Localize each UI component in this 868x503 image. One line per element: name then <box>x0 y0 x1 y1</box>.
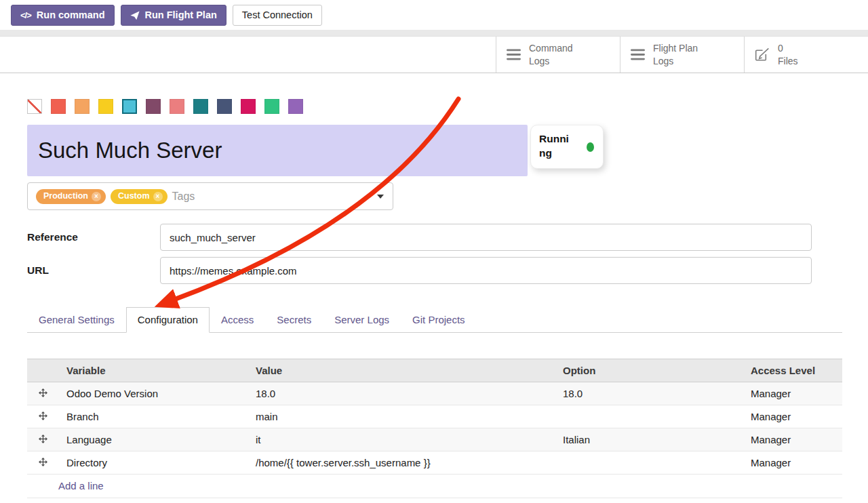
add-line-row: Add a line <box>27 475 842 498</box>
table-row: Directory /home/{{ tower.server.ssh_user… <box>27 451 842 475</box>
color-swatch-yellow[interactable] <box>98 99 113 114</box>
color-swatch-none[interactable] <box>27 99 42 114</box>
color-picker <box>27 99 842 114</box>
tab-git-projects[interactable]: Git Projects <box>401 307 477 333</box>
run-flight-plan-button[interactable]: Run Flight Plan <box>121 5 226 26</box>
status-badge[interactable]: Running <box>530 125 604 169</box>
cell-value[interactable]: it <box>248 428 555 451</box>
tab-general-settings[interactable]: General Settings <box>27 307 126 333</box>
stat-line1: Flight Plan <box>653 42 698 54</box>
table-row: Language it Italian Manager <box>27 428 842 451</box>
column-header-option[interactable]: Option <box>555 359 743 382</box>
color-swatch-green[interactable] <box>264 99 279 114</box>
color-swatch-teal[interactable] <box>193 99 208 114</box>
color-swatch-raspberry[interactable] <box>241 99 256 114</box>
cell-option[interactable]: Italian <box>555 428 743 451</box>
url-field-row: URL <box>27 257 842 284</box>
stat-label: Command Logs <box>529 42 573 66</box>
test-connection-button[interactable]: Test Connection <box>233 5 322 26</box>
cell-option[interactable]: 18.0 <box>555 382 743 405</box>
stat-line1: Command <box>529 42 573 54</box>
tags-field[interactable]: Production × Custom × Tags <box>27 182 393 210</box>
stat-button-files[interactable]: 0 Files <box>744 37 868 73</box>
configuration-table: Variable Value Option Access Level Odoo … <box>27 359 842 498</box>
tag-label: Production <box>43 192 88 201</box>
tab-secrets[interactable]: Secrets <box>265 307 323 333</box>
stat-label: 0 Files <box>778 42 798 66</box>
stat-button-command-logs[interactable]: Command Logs <box>496 37 620 73</box>
color-swatch-salmon[interactable] <box>170 99 184 114</box>
divider-band <box>0 30 868 37</box>
tab-server-logs[interactable]: Server Logs <box>323 307 401 333</box>
code-icon: </> <box>20 11 31 20</box>
notebook-tabs: General Settings Configuration Access Se… <box>27 307 842 333</box>
cell-access-level[interactable]: Manager <box>743 405 842 428</box>
stat-line2: Logs <box>653 55 698 67</box>
cell-variable[interactable]: Language <box>58 428 248 451</box>
bars-icon <box>631 49 645 60</box>
form-sheet: Running Production × Custom × Tags Refer… <box>0 99 868 498</box>
column-header-access-level[interactable]: Access Level <box>743 359 842 382</box>
reference-label: Reference <box>27 231 160 243</box>
reference-input[interactable] <box>160 224 812 251</box>
cell-variable[interactable]: Directory <box>58 451 248 475</box>
server-name-input[interactable] <box>27 125 528 176</box>
cell-option[interactable] <box>555 451 743 475</box>
tag-custom[interactable]: Custom × <box>111 189 167 204</box>
status-dot <box>587 142 594 152</box>
paper-plane-icon <box>130 11 140 20</box>
stat-label: Flight Plan Logs <box>653 42 698 66</box>
color-swatch-cyan[interactable] <box>122 99 137 114</box>
pencil-icon <box>755 48 770 62</box>
stat-button-flight-plan-logs[interactable]: Flight Plan Logs <box>620 37 744 73</box>
cell-value[interactable]: /home/{{ tower.server.ssh_username }} <box>248 451 555 475</box>
drag-handle-icon[interactable] <box>27 428 58 451</box>
url-label: URL <box>27 264 160 277</box>
column-header-handle <box>27 359 58 382</box>
remove-tag-icon[interactable]: × <box>153 192 163 201</box>
control-panel: </> Run command Run Flight Plan Test Con… <box>0 0 868 30</box>
table-row: Branch main Manager <box>27 405 842 428</box>
cell-access-level[interactable]: Manager <box>743 428 842 451</box>
run-command-label: Run command <box>37 10 105 20</box>
chevron-down-icon[interactable] <box>377 195 384 199</box>
run-flight-plan-label: Run Flight Plan <box>145 10 217 20</box>
drag-handle-icon[interactable] <box>27 451 58 475</box>
remove-tag-icon[interactable]: × <box>92 192 101 201</box>
stat-line1: 0 <box>778 42 798 54</box>
cell-value[interactable]: main <box>248 405 555 428</box>
bars-icon <box>507 49 521 60</box>
stat-line2: Files <box>778 55 798 67</box>
column-header-variable[interactable]: Variable <box>58 359 248 382</box>
url-input[interactable] <box>160 257 812 284</box>
color-swatch-violet[interactable] <box>288 99 303 114</box>
run-command-button[interactable]: </> Run command <box>11 5 115 26</box>
drag-handle-icon[interactable] <box>27 382 58 405</box>
tab-access[interactable]: Access <box>210 307 265 333</box>
column-header-value[interactable]: Value <box>248 359 555 382</box>
reference-field-row: Reference <box>27 224 842 251</box>
color-swatch-navy[interactable] <box>217 99 232 114</box>
tag-production[interactable]: Production × <box>36 189 106 204</box>
cell-value[interactable]: 18.0 <box>248 382 555 405</box>
add-a-line-link[interactable]: Add a line <box>58 480 104 491</box>
cell-variable[interactable]: Odoo Demo Version <box>58 382 248 405</box>
test-connection-label: Test Connection <box>242 10 313 20</box>
table-header-row: Variable Value Option Access Level <box>27 359 842 382</box>
table-row: Odoo Demo Version 18.0 18.0 Manager <box>27 382 842 405</box>
color-swatch-red[interactable] <box>51 99 66 114</box>
tab-configuration[interactable]: Configuration <box>126 307 210 333</box>
tag-label: Custom <box>118 192 150 201</box>
cell-access-level[interactable]: Manager <box>743 382 842 405</box>
form-header: Command Logs Flight Plan Logs 0 <box>0 37 868 73</box>
cell-variable[interactable]: Branch <box>58 405 248 428</box>
stat-line2: Logs <box>529 55 573 67</box>
status-label: Running <box>539 132 575 161</box>
cell-option[interactable] <box>555 405 743 428</box>
color-swatch-orange[interactable] <box>75 99 90 114</box>
screen: </> Run command Run Flight Plan Test Con… <box>0 0 868 498</box>
cell-access-level[interactable]: Manager <box>743 451 842 475</box>
tags-placeholder[interactable]: Tags <box>172 190 195 203</box>
color-swatch-dark-purple[interactable] <box>146 99 161 114</box>
drag-handle-icon[interactable] <box>27 405 58 428</box>
